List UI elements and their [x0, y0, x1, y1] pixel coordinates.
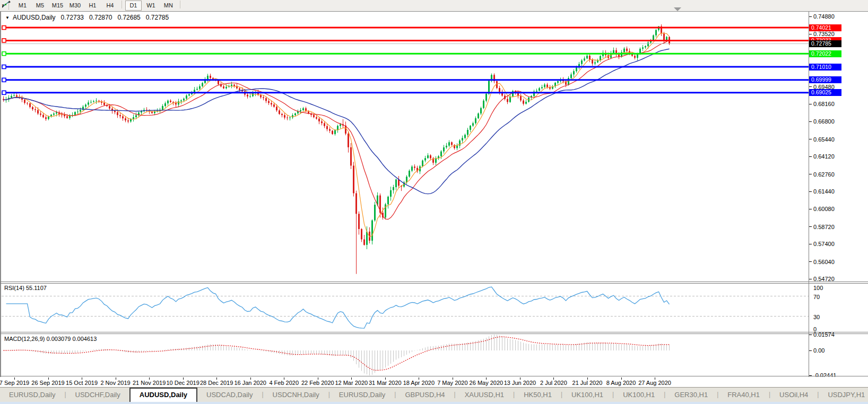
chart-shift-marker [674, 7, 681, 11]
chart-tab-usdcnh-daily[interactable]: USDCNH,Daily [264, 388, 328, 402]
panel-splitter[interactable] [0, 333, 868, 334]
ohlc-high: 0.72870 [89, 14, 112, 21]
axis-tick [809, 191, 812, 192]
axis-border [809, 12, 809, 377]
date-axis: 7 Sep 201926 Sep 201915 Oct 20192 Nov 20… [0, 377, 868, 387]
price-tag: 0.71010 [809, 64, 841, 71]
ohlc-open: 0.72733 [61, 14, 84, 21]
axis-tick [809, 121, 812, 122]
price-tag: 0.74021 [809, 24, 841, 31]
axis-tick-label: 0.62760 [813, 171, 866, 178]
chart-tab-eurusd-daily[interactable]: EURUSD,Daily [0, 388, 64, 402]
collapse-triangle-icon[interactable]: ▼ [5, 15, 10, 20]
chart-tab-audusd-daily[interactable]: AUDUSD,Daily [129, 388, 197, 402]
axis-tick-label: 0.74880 [813, 13, 866, 20]
axis-tick [809, 16, 812, 17]
rsi-axis-label: 100 [813, 285, 866, 291]
rsi-axis-label: 70 [813, 294, 866, 300]
axis-tick-label: 0.56040 [813, 259, 866, 265]
axis-tick-label: 0.60080 [813, 206, 866, 212]
chart-tab-uk100-h1[interactable]: UK100,H1 [614, 388, 664, 402]
axis-tick-label: 0.73520 [813, 31, 866, 37]
axis-tick [809, 139, 812, 139]
axis-tick [809, 156, 812, 157]
axis-tick [809, 335, 812, 335]
status-strip [0, 402, 868, 404]
chart-title: ▼AUDUSD,Daily0.727330.728700.726850.7278… [5, 14, 169, 21]
axis-tick-label: 0.61440 [813, 188, 866, 195]
chart-tab-usoil-h4[interactable]: USOil,H4 [770, 388, 817, 402]
axis-tick [809, 104, 812, 104]
chart-tab-uk100-h1[interactable]: UK100,H1 [562, 388, 612, 402]
ohlc-low: 0.72685 [117, 14, 140, 21]
axis-tick-label: 0.65440 [813, 136, 866, 143]
axis-tick [809, 209, 812, 209]
chart-tab-usdcad-daily[interactable]: USDCAD,Daily [197, 388, 262, 402]
chart-tab-bar: EURUSD,Daily|USDCHF,DailyAUDUSD,DailyUSD… [0, 387, 868, 402]
rsi-axis-label: 30 [813, 314, 866, 320]
chart-tab-gbpusd-h4[interactable]: GBPUSD,H4 [396, 388, 454, 402]
chart-tab-xauusd-h1[interactable]: XAUUSD,H1 [456, 388, 513, 402]
axis-tick [809, 350, 812, 351]
chart-symbol: AUDUSD,Daily [13, 14, 56, 21]
axis-tick [809, 86, 812, 87]
axis-tick [809, 261, 812, 262]
mt4-window: ▼ M1M5M15M30H1H4D1W1MN ▼AUDUSD,Daily0.72… [0, 0, 868, 404]
panel-splitter[interactable] [0, 282, 868, 282]
axis-tick [809, 244, 812, 244]
chart-tab-fra40-h1[interactable]: FRA40,H1 [718, 388, 769, 402]
chart-tab-usdjpy-h1[interactable]: USDJPY,H1 [819, 388, 868, 402]
price-tag: 0.72022 [809, 50, 841, 57]
panel-splitter[interactable] [0, 283, 868, 284]
date-label: 27 Aug 2020 [631, 380, 679, 386]
axis-tick [809, 34, 812, 34]
macd-label: MACD(12,26,9) 0.003079 0.004613 [4, 336, 97, 342]
chart-tab-hk50-h1[interactable]: HK50,H1 [515, 388, 561, 402]
panel-splitter [0, 376, 868, 376]
axis-tick-label: 0.66800 [813, 118, 866, 125]
chart-tab-usdchf-daily[interactable]: USDCHF,Daily [66, 388, 129, 402]
axis-tick [809, 226, 812, 227]
axis-tick-label: 0.57400 [813, 241, 866, 247]
chart-tab-eurusd-daily[interactable]: EURUSD,Daily [330, 388, 394, 402]
ohlc-close: 0.72785 [146, 14, 169, 21]
macd-axis-label: 0.00 [813, 347, 866, 354]
chart-canvas[interactable] [0, 0, 868, 404]
axis-tick [809, 279, 812, 279]
axis-tick-label: 0.64120 [813, 153, 866, 160]
axis-tick-label: 0.58720 [813, 224, 866, 230]
current-price-tag: 0.72785 [809, 40, 841, 47]
panel-splitter[interactable] [0, 332, 868, 332]
rsi-label: RSI(14) 55.1107 [4, 285, 47, 291]
axis-tick [809, 174, 812, 174]
price-tag: 0.69025 [809, 89, 841, 96]
price-tag: 0.69999 [809, 76, 841, 83]
axis-tick-label: 0.68160 [813, 101, 866, 107]
chart-tab-ger30-h1[interactable]: GER30,H1 [665, 388, 717, 402]
